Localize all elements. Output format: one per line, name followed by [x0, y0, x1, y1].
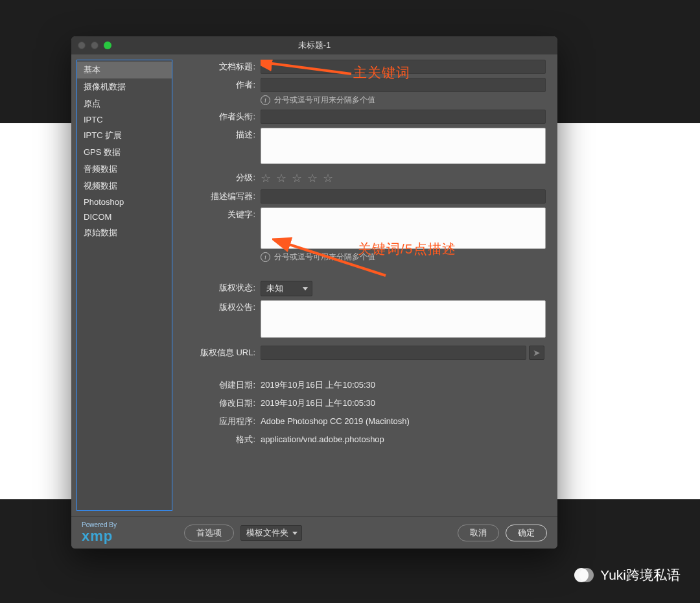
keywords-multi-hint: i 分号或逗号可用来分隔多个值 [261, 252, 546, 263]
created-value: 2019年10月16日 上午10:05:30 [261, 378, 375, 392]
keywords-label: 关键字: [172, 207, 261, 222]
author-title-input[interactable] [261, 110, 546, 124]
keywords-textarea[interactable] [261, 207, 546, 249]
rating-label: 分级: [172, 171, 261, 185]
star-icon[interactable]: ☆ [323, 171, 333, 185]
modified-value: 2019年10月16日 上午10:05:30 [261, 396, 375, 410]
copyright-notice-label: 版权公告: [172, 300, 261, 314]
dialog-footer: Powered By xmp 首选项 模板文件夹 取消 确定 [71, 516, 557, 549]
wechat-icon [574, 565, 594, 585]
info-icon: i [261, 252, 270, 262]
watermark: Yuki跨境私语 [574, 565, 681, 585]
created-label: 创建日期: [172, 378, 261, 392]
sidebar-item-basic[interactable]: 基本 [77, 62, 172, 78]
sidebar-item-raw[interactable]: 原始数据 [77, 224, 172, 241]
desc-writer-input[interactable] [261, 189, 546, 204]
author-multi-hint: i 分号或逗号可用来分隔多个值 [261, 95, 546, 106]
goto-url-button[interactable]: ➤ [529, 346, 544, 360]
copyright-url-label: 版权信息 URL: [172, 346, 261, 360]
window-title: 未标题-1 [71, 40, 557, 51]
app-value: Adobe Photoshop CC 2019 (Macintosh) [261, 414, 410, 429]
sidebar-item-origin[interactable]: 原点 [77, 95, 172, 112]
info-icon: i [261, 95, 270, 105]
sidebar-item-iptc-ext[interactable]: IPTC 扩展 [77, 127, 172, 144]
star-icon[interactable]: ☆ [307, 171, 318, 185]
copyright-status-select[interactable]: 未知 [261, 281, 312, 296]
description-textarea[interactable] [261, 128, 546, 164]
preferences-button[interactable]: 首选项 [184, 525, 234, 541]
format-value: application/vnd.adobe.photoshop [261, 432, 384, 447]
cancel-button[interactable]: 取消 [458, 525, 499, 541]
file-info-dialog: 未标题-1 基本 摄像机数据 原点 IPTC IPTC 扩展 GPS 数据 音频… [71, 36, 557, 549]
star-icon[interactable]: ☆ [292, 171, 302, 185]
app-label: 应用程序: [172, 414, 261, 429]
sidebar-item-dicom[interactable]: DICOM [77, 209, 172, 224]
titlebar: 未标题-1 [71, 36, 557, 54]
author-input[interactable] [261, 78, 546, 92]
category-sidebar: 基本 摄像机数据 原点 IPTC IPTC 扩展 GPS 数据 音频数据 视频数… [76, 60, 172, 511]
copyright-status-label: 版权状态: [172, 281, 261, 295]
star-icon[interactable]: ☆ [276, 171, 286, 185]
format-label: 格式: [172, 432, 261, 447]
copyright-url-input[interactable] [261, 346, 526, 360]
sidebar-item-photoshop[interactable]: Photoshop [77, 195, 172, 209]
arrow-right-icon: ➤ [533, 348, 541, 358]
form-panel: 文档标题: 作者: i 分号或逗号可用来分隔多个值 作者头衔: 描述: 分级: [172, 54, 557, 516]
sidebar-item-iptc[interactable]: IPTC [77, 112, 172, 127]
author-label: 作者: [172, 78, 261, 92]
doc-title-label: 文档标题: [172, 60, 261, 74]
doc-title-input[interactable] [261, 60, 546, 74]
sidebar-item-gps[interactable]: GPS 数据 [77, 144, 172, 161]
ok-button[interactable]: 确定 [506, 525, 547, 541]
sidebar-item-camera[interactable]: 摄像机数据 [77, 78, 172, 95]
star-icon[interactable]: ☆ [261, 171, 271, 185]
modified-label: 修改日期: [172, 396, 261, 410]
author-title-label: 作者头衔: [172, 110, 261, 124]
templates-select[interactable]: 模板文件夹 [240, 525, 302, 541]
desc-writer-label: 描述编写器: [172, 189, 261, 204]
sidebar-item-video[interactable]: 视频数据 [77, 178, 172, 195]
copyright-notice-textarea[interactable] [261, 300, 546, 338]
rating-stars[interactable]: ☆ ☆ ☆ ☆ ☆ [261, 171, 546, 185]
description-label: 描述: [172, 128, 261, 142]
sidebar-item-audio[interactable]: 音频数据 [77, 161, 172, 178]
powered-by-xmp: Powered By xmp [82, 521, 178, 544]
